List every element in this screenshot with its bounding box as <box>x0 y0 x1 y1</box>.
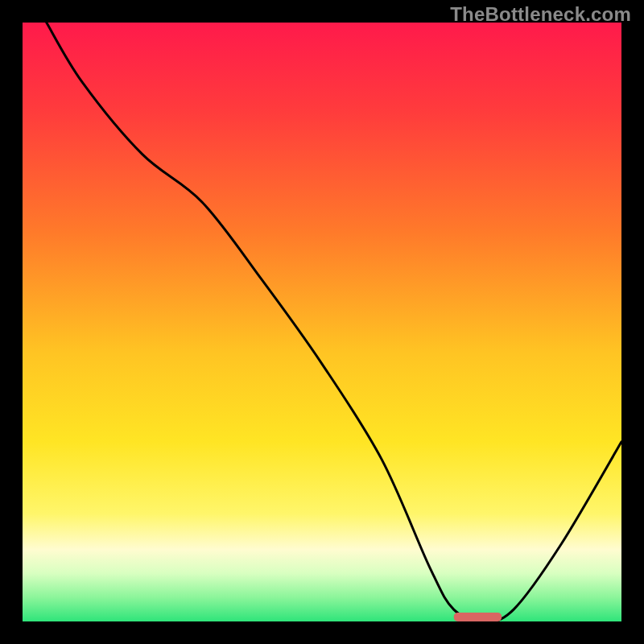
plot-background <box>23 23 621 621</box>
optimal-marker <box>454 613 502 621</box>
bottleneck-chart <box>0 0 644 644</box>
chart-frame: TheBottleneck.com <box>0 0 644 644</box>
